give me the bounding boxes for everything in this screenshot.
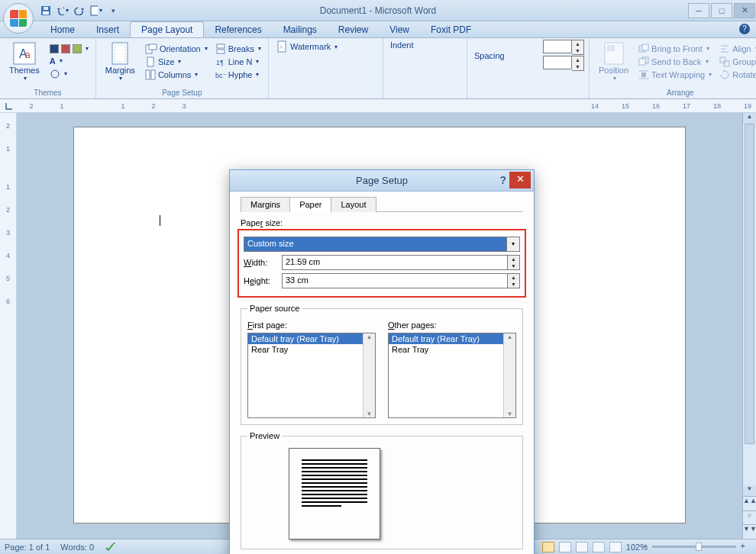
maximize-button[interactable]: □ — [711, 3, 732, 18]
tab-foxit-pdf[interactable]: Foxit PDF — [420, 22, 482, 37]
list-scroll-down-icon[interactable]: ▼ — [504, 411, 515, 417]
height-input[interactable]: 33 cm — [282, 273, 508, 288]
vertical-scrollbar[interactable]: ▲ ▼ ▲▲ ○ ▼▼ — [742, 113, 756, 539]
dialog-tab-paper[interactable]: Paper — [289, 197, 331, 212]
full-screen-view-icon[interactable] — [559, 542, 571, 552]
other-pages-listbox[interactable]: Default tray (Rear Tray) Rear Tray ▲▼ — [388, 333, 516, 418]
dialog-title: Page Setup — [356, 175, 408, 186]
svg-rect-1 — [43, 11, 49, 14]
tab-page-layout[interactable]: Page Layout — [130, 21, 204, 37]
zoom-slider-knob[interactable] — [696, 543, 702, 551]
tab-home[interactable]: Home — [40, 22, 86, 37]
tab-selector-icon[interactable] — [5, 101, 14, 111]
prev-page-icon[interactable]: ▲▲ — [743, 496, 756, 511]
other-pages-label: Other pages: — [388, 320, 516, 330]
status-words[interactable]: Words: 0 — [60, 543, 94, 552]
ribbon-group-arrange: Position Bring to Front Send to Back Tex… — [590, 38, 756, 98]
minimize-button[interactable]: ─ — [688, 3, 709, 18]
dialog-help-icon[interactable]: ? — [499, 174, 506, 186]
dialog-tab-margins[interactable]: Margins — [241, 197, 290, 212]
svg-text:a: a — [25, 50, 31, 60]
themes-button[interactable]: Aa Themes — [5, 40, 44, 83]
list-item[interactable]: Rear Tray — [248, 344, 375, 355]
width-spinner[interactable]: ▲▼ — [508, 255, 520, 270]
paper-source-fieldset: Paper source First page: Default tray (R… — [241, 304, 523, 425]
spacing-after-input[interactable] — [543, 56, 572, 69]
height-spinner[interactable]: ▲▼ — [508, 273, 520, 288]
dialog-tabs: Margins Paper Layout — [241, 196, 523, 212]
spacing-before-spinner[interactable]: ▲▼ — [572, 40, 584, 55]
size-button[interactable]: Size — [143, 56, 210, 68]
tab-mailings[interactable]: Mailings — [273, 22, 328, 37]
spacing-before-input[interactable] — [543, 40, 572, 53]
print-layout-view-icon[interactable] — [542, 542, 554, 552]
theme-colors-button[interactable] — [47, 43, 91, 54]
paper-size-label: Paper size: — [241, 218, 523, 227]
next-page-icon[interactable]: ▼▼ — [743, 524, 756, 539]
browse-object-icon[interactable]: ○ — [743, 511, 756, 525]
first-page-label: First page: — [247, 320, 376, 330]
tab-review[interactable]: Review — [328, 22, 379, 37]
web-layout-view-icon[interactable] — [576, 542, 588, 552]
zoom-slider[interactable] — [652, 546, 736, 548]
undo-icon[interactable] — [57, 5, 69, 17]
vertical-ruler[interactable]: 21123456 — [0, 113, 17, 539]
list-scroll-up-icon[interactable]: ▲ — [363, 333, 375, 340]
first-page-listbox[interactable]: Default tray (Rear Tray) Rear Tray ▲▼ — [247, 333, 376, 418]
text-wrapping-button[interactable]: Text Wrapping — [636, 69, 714, 81]
scroll-down-icon[interactable]: ▼ — [743, 485, 756, 496]
width-input[interactable]: 21.59 cm — [282, 255, 508, 270]
ribbon-group-paragraph-indent: Indent — [383, 38, 467, 98]
watermark-button[interactable]: AWatermark — [273, 40, 340, 53]
theme-effects-button[interactable] — [47, 68, 91, 80]
svg-rect-22 — [607, 45, 615, 51]
status-page[interactable]: Page: 1 of 1 — [5, 543, 50, 552]
qat-customize-icon[interactable]: ▾ — [107, 5, 119, 17]
scroll-up-icon[interactable]: ▲ — [743, 113, 756, 124]
outline-view-icon[interactable] — [593, 542, 605, 552]
hyphenation-button[interactable]: bc⁻Hyphe — [213, 69, 263, 81]
breaks-button[interactable]: Breaks — [213, 43, 263, 55]
help-icon[interactable]: ? — [739, 24, 750, 34]
list-scroll-down-icon[interactable]: ▼ — [363, 411, 375, 417]
line-numbers-button[interactable]: 1¶Line N — [213, 56, 263, 68]
scroll-thumb[interactable] — [745, 124, 754, 444]
theme-fonts-button[interactable]: A — [47, 56, 91, 66]
rotate-button[interactable]: Rotate — [717, 69, 756, 81]
list-item[interactable]: Default tray (Rear Tray) — [248, 333, 375, 344]
arrange-group-label: Arrange — [594, 89, 756, 98]
dialog-titlebar[interactable]: Page Setup ? ✕ — [230, 170, 534, 192]
dialog-tab-layout[interactable]: Layout — [331, 197, 376, 212]
save-icon[interactable] — [40, 5, 52, 17]
quick-access-toolbar: ▾ — [40, 5, 119, 17]
bring-to-front-button[interactable]: Bring to Front — [636, 43, 714, 55]
margins-button[interactable]: Margins — [101, 40, 140, 83]
send-to-back-button[interactable]: Send to Back — [636, 56, 714, 68]
align-button[interactable]: Align — [717, 43, 756, 55]
close-window-button[interactable]: ✕ — [734, 3, 755, 18]
paper-size-dropdown-icon[interactable]: ▾ — [507, 237, 520, 252]
spacing-after-spinner[interactable]: ▲▼ — [572, 56, 584, 71]
redo-icon[interactable] — [73, 5, 86, 17]
horizontal-ruler[interactable]: 21123 141516171819 — [0, 99, 756, 113]
tab-view[interactable]: View — [379, 22, 420, 37]
office-button[interactable] — [3, 3, 34, 34]
highlight-box: Custom size ▾ Width: 21.59 cm ▲▼ Height:… — [237, 229, 526, 298]
position-button[interactable]: Position — [594, 40, 633, 83]
new-doc-icon[interactable] — [90, 5, 102, 17]
spacing-label: Spacing — [472, 50, 507, 61]
tab-references[interactable]: References — [204, 22, 272, 37]
group-button[interactable]: Group — [717, 56, 756, 68]
paper-size-combo[interactable]: Custom size — [244, 237, 507, 252]
tab-insert[interactable]: Insert — [86, 22, 130, 37]
spellcheck-icon[interactable] — [105, 542, 117, 552]
svg-rect-11 — [149, 44, 157, 50]
list-item[interactable]: Rear Tray — [389, 344, 515, 355]
list-scroll-up-icon[interactable]: ▲ — [504, 333, 515, 340]
columns-button[interactable]: Columns — [143, 69, 210, 81]
dialog-close-button[interactable]: ✕ — [509, 172, 531, 188]
draft-view-icon[interactable] — [609, 542, 622, 552]
height-label: Height: — [244, 276, 282, 285]
orientation-button[interactable]: Orientation — [143, 43, 210, 55]
list-item[interactable]: Default tray (Rear Tray) — [389, 333, 515, 344]
